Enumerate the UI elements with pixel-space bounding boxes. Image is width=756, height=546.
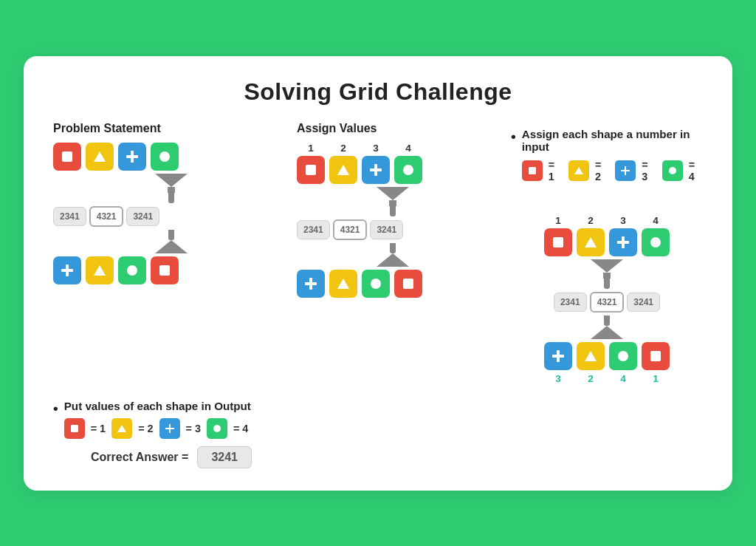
r-box-4321: 4321 xyxy=(590,292,625,313)
svg-marker-7 xyxy=(94,265,106,276)
svg-rect-9 xyxy=(159,265,170,276)
bullet-assign: • Assign each shape a number in input = … xyxy=(511,128,703,182)
shape-square-1 xyxy=(53,143,81,171)
box-4321-2: 4321 xyxy=(333,219,368,240)
assign-values-section: Assign Values 1 2 3 4 xyxy=(297,122,489,386)
input-shapes-row xyxy=(53,143,289,171)
assign-output-shapes xyxy=(297,270,489,298)
eq-square xyxy=(522,160,543,181)
r-shape-circle xyxy=(642,228,670,256)
svg-rect-10 xyxy=(306,165,316,175)
eq-row-output: = 1 = 2 = 3 xyxy=(64,418,251,439)
correct-answer-label: Correct Answer = xyxy=(91,451,188,464)
right-color-vals: 3 2 4 1 xyxy=(544,373,670,384)
funnel-2 xyxy=(297,187,489,216)
problem-statement-label: Problem Statement xyxy=(53,122,289,135)
svg-rect-28 xyxy=(617,241,629,244)
num-4: 4 xyxy=(394,143,422,154)
ro-shape-cross xyxy=(544,342,572,370)
out-shape-cross-1 xyxy=(53,256,81,284)
out-shape-circle-1 xyxy=(118,256,146,284)
cval-2: 2 xyxy=(577,373,605,384)
r-shape-square xyxy=(544,228,572,256)
ao-shape-cross xyxy=(297,270,325,298)
ro-shape-triangle xyxy=(577,342,605,370)
svg-point-24 xyxy=(669,167,676,174)
ao-shape-square xyxy=(394,270,422,298)
svg-rect-19 xyxy=(403,279,413,289)
box-3241-1: 3241 xyxy=(126,207,159,226)
ao-shape-triangle xyxy=(329,270,357,298)
correct-answer-value: 3241 xyxy=(197,446,252,468)
box-2341-1: 2341 xyxy=(53,207,86,226)
problem-statement-section: Problem Statement xyxy=(53,122,289,386)
svg-rect-38 xyxy=(165,428,174,429)
ro-shape-square xyxy=(642,342,670,370)
svg-point-18 xyxy=(371,279,381,289)
cval-1: 1 xyxy=(642,373,670,384)
assign-numbers-row: 1 2 3 4 xyxy=(297,143,489,154)
eq-triangle xyxy=(568,160,589,181)
box-4321-1: 4321 xyxy=(89,206,124,227)
out-shape-triangle-1 xyxy=(86,256,114,284)
boxes-row-r: 2341 4321 3241 xyxy=(554,292,660,313)
svg-rect-16 xyxy=(305,282,317,285)
main-card: Solving Grid Challenge Problem Statement xyxy=(24,56,732,491)
r-shape-triangle xyxy=(577,228,605,256)
svg-rect-34 xyxy=(650,351,661,361)
oeq-circle xyxy=(207,418,227,439)
svg-marker-21 xyxy=(574,167,583,174)
box-3241-2: 3241 xyxy=(370,220,403,239)
svg-point-14 xyxy=(403,165,413,175)
svg-rect-6 xyxy=(61,269,73,272)
funnel-1b xyxy=(53,230,289,253)
a-shape-cross xyxy=(362,156,390,184)
svg-rect-31 xyxy=(552,355,564,358)
svg-rect-3 xyxy=(126,155,138,158)
svg-rect-20 xyxy=(529,167,536,174)
ao-shape-circle xyxy=(362,270,390,298)
num-2: 2 xyxy=(329,143,357,154)
funnel-2b xyxy=(297,243,489,267)
eq-row-assign: = 1 = 2 = 3 xyxy=(522,159,703,182)
svg-rect-23 xyxy=(621,170,630,171)
svg-marker-32 xyxy=(585,351,597,361)
svg-marker-1 xyxy=(94,151,106,162)
r-box-3241: 3241 xyxy=(627,293,660,312)
bullet-assign-text: Assign each shape a number in input xyxy=(522,128,703,153)
ro-shape-circle xyxy=(609,342,637,370)
page-title: Solving Grid Challenge xyxy=(53,78,703,106)
svg-point-29 xyxy=(650,237,661,248)
cval-3: 3 xyxy=(544,373,572,384)
eq-circle xyxy=(662,160,683,181)
box-2341-2: 2341 xyxy=(297,220,330,239)
svg-point-33 xyxy=(618,351,628,361)
shape-circle-1 xyxy=(151,143,179,171)
right-output-shapes xyxy=(544,342,670,370)
shape-cross-1 xyxy=(118,143,146,171)
svg-rect-35 xyxy=(71,425,78,432)
bullet-output-text: Put values of each shape in Output xyxy=(64,400,251,412)
num-3: 3 xyxy=(362,143,390,154)
svg-marker-26 xyxy=(585,237,597,248)
a-shape-square xyxy=(297,156,325,184)
assign-values-label: Assign Values xyxy=(297,122,489,135)
svg-rect-25 xyxy=(553,237,563,248)
funnel-rb xyxy=(591,315,623,339)
oeq-cross xyxy=(159,418,180,439)
output-shapes-row-1 xyxy=(53,256,289,284)
right-diagram: 1 2 3 4 xyxy=(511,215,703,386)
bottom-section: • Put values of each shape in Output = 1… xyxy=(53,394,703,468)
right-section: • Assign each shape a number in input = … xyxy=(496,122,703,386)
oeq-triangle xyxy=(111,418,132,439)
r-shape-cross xyxy=(609,228,637,256)
shape-triangle-1 xyxy=(86,143,114,171)
out-shape-square-1 xyxy=(151,256,179,284)
oeq-square xyxy=(64,418,85,439)
boxes-row-2: 2341 4321 3241 xyxy=(297,219,489,240)
svg-rect-0 xyxy=(62,151,72,162)
num-1: 1 xyxy=(297,143,325,154)
funnel-r xyxy=(591,259,623,289)
correct-answer-row: Correct Answer = 3241 xyxy=(53,446,289,468)
svg-point-39 xyxy=(213,425,221,432)
